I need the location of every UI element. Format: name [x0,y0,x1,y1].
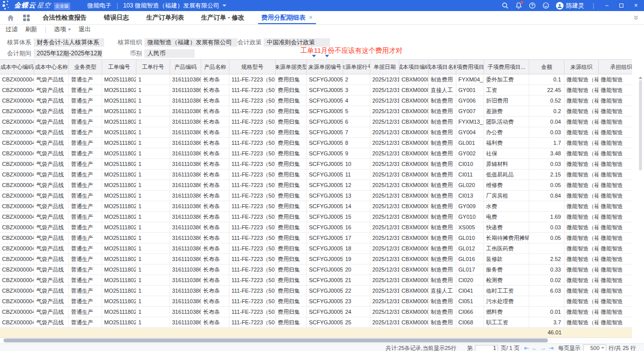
tab-2[interactable]: 生产订单列表 [138,11,193,24]
table-row[interactable]: CBZX000004气袋产品线普通生产MO2511180221316111038… [0,286,632,296]
page-number-input[interactable] [475,345,498,351]
refresh-button[interactable]: 刷新 [25,25,37,34]
column-header-cost_center_name[interactable]: 成本中心名称 [34,60,69,74]
table-row[interactable]: CBZX000004气袋产品线普通生产MO2511180221316111038… [0,191,632,201]
table-row[interactable]: CBZX000004气袋产品线普通生产MO2511180221316111038… [0,159,632,169]
exit-button[interactable]: 退出 [78,25,91,34]
vertical-scrollbar[interactable] [638,75,643,338]
column-header-cost_item_code[interactable]: 成本项目编码 [399,60,429,74]
vertical-scrollbar-thumb[interactable] [639,80,642,170]
table-row[interactable]: CBZX000004气袋产品线普通生产MO2511180221316111038… [0,96,632,106]
table-row[interactable]: CBZX000004气袋产品线普通生产MO2511180221316111038… [0,296,632,307]
table-row[interactable]: CBZX000004气袋产品线普通生产MO2511180221316111038… [0,201,632,212]
table-row[interactable]: CBZX000004气袋产品线普通生产MO2511180221316111038… [0,106,632,117]
column-header-business_type[interactable]: 业务类型 [69,60,102,74]
column-header-source_doc_line[interactable]: 来源单据行号 [343,60,370,74]
horizontal-scrollbar[interactable] [0,338,644,343]
cell-source_org: 微能智造（福建） [565,265,599,275]
window-maximize-button[interactable] [617,2,625,9]
app-grid-icon[interactable] [19,11,34,24]
feedback-smiley-icon[interactable] [542,2,549,9]
table-row[interactable]: CBZX000004气袋产品线普通生产MO2511180221316111038… [0,148,632,159]
table-row[interactable]: CBZX000004气袋产品线普通生产MO2511180221316111038… [0,169,632,180]
cell-doc_date: 2025/12/31 [370,307,399,317]
cell-bearing_org: 微能智造 [599,169,632,180]
column-header-cost_item_name[interactable]: 成本项目名称 [429,60,456,74]
cell-cost_center_code: CBZX000004 [0,275,34,285]
scroll-up-arrow-icon[interactable] [638,76,642,79]
column-header-amount[interactable]: 金额 [529,60,565,74]
summary-cell [429,328,456,337]
column-header-source_doc_type[interactable]: 来源单据类型 [276,60,307,74]
home-icon[interactable] [0,11,19,24]
table-row[interactable]: CBZX000004气袋产品线普通生产MO2511180221316111038… [0,85,632,96]
cell-work_order_line: 1 [136,275,170,285]
cell-business_type: 普通生产 [69,117,102,127]
last-page-button[interactable]: ⇥ [549,345,554,351]
table-row[interactable]: CBZX000004气袋产品线普通生产MO2511180221316111038… [0,317,632,328]
table-row[interactable]: CBZX000004气袋产品线普通生产MO2511180221316111038… [0,212,632,222]
collapse-tabs-chevron-icon[interactable] [633,11,644,24]
column-header-doc_date[interactable]: 单据日期 [370,60,399,74]
per-page-label: 每页显示 [558,344,581,351]
column-header-work_order_line[interactable]: 工单行号 [136,60,170,74]
column-header-spec_model[interactable]: 规格型号 [229,60,276,74]
tab-4[interactable]: 费用分配期细表× [253,11,321,24]
next-page-button[interactable]: → [540,345,546,351]
cell-amount: 0.33 [529,265,565,275]
column-header-source_doc_no[interactable]: 来源单据编号 [307,60,343,74]
window-minimize-button[interactable]: − [603,2,611,9]
table-row[interactable]: CBZX000004气袋产品线普通生产MO2511180221316111038… [0,243,632,254]
help-icon[interactable] [529,2,536,9]
column-header-product_name[interactable]: 产品名称 [201,60,229,74]
cell-product_code: 3161110386 [170,201,201,211]
filter-button[interactable]: 过滤 [6,25,18,34]
table-row[interactable]: CBZX000004气袋产品线普通生产MO2511180221316111038… [0,127,632,138]
tab-1[interactable]: 错误日志 [96,11,138,24]
cell-sub_expense_name: 厂房房租 [484,191,529,201]
cell-doc_date: 2025/12/31 [370,201,399,211]
filter-field-label: 会计期间 [7,49,34,58]
table-row[interactable]: CBZX000004气袋产品线普通生产MO2511180221316111038… [0,180,632,191]
cell-source_org: 微能智造（福建） [565,212,599,222]
table-row[interactable]: CBZX000004气袋产品线普通生产MO2511180221316111038… [0,265,632,275]
column-header-source_org[interactable]: 来源组织 [565,60,599,74]
cell-product_name: 长布条 [201,254,229,264]
cell-product_name: 长布条 [201,317,229,327]
table-row[interactable]: CBZX000004气袋产品线普通生产MO2511180221316111038… [0,138,632,148]
table-row[interactable]: CBZX000004气袋产品线普通生产MO2511180221316111038… [0,254,632,265]
tab-0[interactable]: 合法性检查报告 [34,11,96,24]
window-close-button[interactable]: × [632,2,640,9]
tab-close-icon[interactable]: × [309,14,312,21]
user-menu[interactable]: 陈建灵 [556,2,584,10]
column-header-work_order_no[interactable]: 工单编号 [102,60,136,74]
per-page-select[interactable]: 500 [583,344,606,351]
workspace-name[interactable]: 微能电子 [88,2,112,10]
column-header-product_code[interactable]: 产品编码 [170,60,201,74]
column-header-sub_expense_code[interactable]: 子项费用项目... [456,60,484,74]
cell-cost_center_code: CBZX000004 [0,117,34,127]
table-row[interactable]: CBZX000004气袋产品线普通生产MO2511180221316111038… [0,307,632,317]
first-page-button[interactable]: ⇤ [524,345,529,351]
prev-page-button[interactable]: ← [532,345,538,351]
table-row[interactable]: CBZX000004气袋产品线普通生产MO2511180221316111038… [0,275,632,286]
options-button[interactable]: 选项 [54,25,71,34]
cell-work_order_line: 1 [136,85,170,95]
column-header-cost_center_code[interactable]: 成本中心编码 [0,60,34,74]
cell-product_code: 3161110386 [170,85,201,95]
column-header-bearing_org[interactable]: 承担组织 [599,60,632,74]
cell-business_type: 普通生产 [69,296,102,306]
table-row[interactable]: CBZX000004气袋产品线普通生产MO2511180221316111038… [0,233,632,243]
table-row[interactable]: CBZX000004气袋产品线普通生产MO2511180221316111038… [0,222,632,233]
cell-cost_item_name: 制造费用 [429,117,456,127]
search-icon[interactable] [502,2,509,9]
tab-3[interactable]: 生产订单 - 修改 [193,11,253,24]
notifications-bell-icon[interactable] [515,2,522,9]
cell-source_doc_no: SCFYGJ000565 [307,127,343,137]
company-switcher[interactable]: 103 微能智造（福建）发展有限公司 [123,2,226,10]
cell-product_name: 长布条 [201,201,229,211]
table-row[interactable]: CBZX000004气袋产品线普通生产MO2511180221316111038… [0,117,632,127]
table-row[interactable]: CBZX000004气袋产品线普通生产MO2511180221316111038… [0,74,632,85]
column-header-sub_expense_name[interactable]: 子项费用项目... [484,60,529,74]
horizontal-scrollbar-thumb[interactable] [4,338,548,342]
